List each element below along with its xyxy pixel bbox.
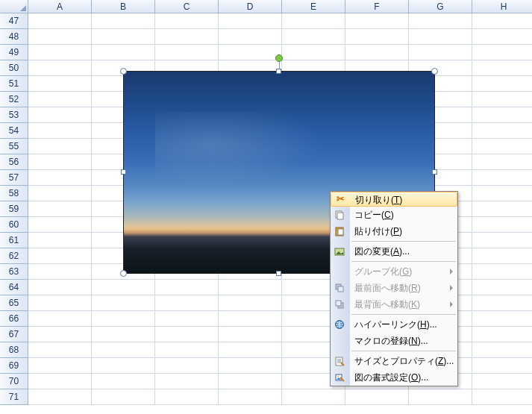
cell[interactable] [409,13,472,29]
cell[interactable] [219,13,282,29]
cell[interactable] [92,295,155,311]
row-header-62[interactable]: 62 [0,248,28,264]
row-header-67[interactable]: 67 [0,327,28,342]
cell[interactable] [472,107,532,123]
cell[interactable] [28,92,92,107]
cell[interactable] [219,358,282,374]
cell[interactable] [28,248,92,264]
menu-item-0[interactable]: ✂切り取り(T) [331,192,457,207]
resize-handle-top-right[interactable] [431,68,438,75]
cell[interactable] [92,342,155,358]
cell[interactable] [219,374,282,389]
menu-item-9[interactable]: サイズとプロパティ(Z)... [331,353,457,369]
column-header-G[interactable]: G [409,0,472,13]
cell[interactable] [219,45,282,60]
row-header-63[interactable]: 63 [0,264,28,280]
row-header-52[interactable]: 52 [0,92,28,107]
row-header-55[interactable]: 55 [0,139,28,154]
cell[interactable] [219,29,282,45]
cell[interactable] [28,76,92,92]
row-header-53[interactable]: 53 [0,107,28,123]
cell[interactable] [472,76,532,92]
rotate-handle[interactable] [275,54,283,62]
cell[interactable] [472,154,532,170]
cell[interactable] [28,170,92,186]
cell[interactable] [472,280,532,295]
row-header-50[interactable]: 50 [0,60,28,76]
cell[interactable] [28,13,92,29]
cell[interactable] [28,154,92,170]
cell[interactable] [28,327,92,342]
menu-item-1[interactable]: コピー(C) [331,207,457,223]
cell[interactable] [28,45,92,60]
cell[interactable] [472,45,532,60]
cell[interactable] [92,45,155,60]
column-header-E[interactable]: E [282,0,345,13]
cell[interactable] [409,389,472,405]
resize-handle-mid-left[interactable] [121,169,126,175]
cell[interactable] [28,295,92,311]
column-header-D[interactable]: D [219,0,282,13]
cell[interactable] [155,280,219,295]
cell[interactable] [219,280,282,295]
cell[interactable] [155,29,219,45]
cell[interactable] [219,342,282,358]
column-header-B[interactable]: B [92,0,155,13]
cell[interactable] [219,389,282,405]
cell[interactable] [345,13,409,29]
cell[interactable] [472,295,532,311]
cell[interactable] [472,233,532,248]
cell[interactable] [409,29,472,45]
cell[interactable] [28,139,92,154]
column-header-A[interactable]: A [28,0,92,13]
row-header-59[interactable]: 59 [0,201,28,217]
row-header-54[interactable]: 54 [0,123,28,139]
cell[interactable] [472,201,532,217]
menu-item-3[interactable]: 図の変更(A)... [331,243,457,260]
menu-item-10[interactable]: 図の書式設定(O)... [331,369,457,386]
cell[interactable] [472,327,532,342]
cell[interactable] [409,45,472,60]
cell[interactable] [472,29,532,45]
cell[interactable] [155,342,219,358]
cell[interactable] [472,311,532,327]
row-header-64[interactable]: 64 [0,280,28,295]
cell[interactable] [28,374,92,389]
row-header-47[interactable]: 47 [0,13,28,29]
row-header-51[interactable]: 51 [0,76,28,92]
row-header-69[interactable]: 69 [0,358,28,374]
cell[interactable] [28,342,92,358]
cell[interactable] [282,13,345,29]
cell[interactable] [155,374,219,389]
cell[interactable] [155,389,219,405]
cell[interactable] [282,29,345,45]
resize-handle-mid-right[interactable] [432,169,437,175]
cell[interactable] [472,13,532,29]
cell[interactable] [345,29,409,45]
menu-item-8[interactable]: マクロの登録(N)... [331,333,457,349]
resize-handle-bottom-left[interactable] [120,270,127,277]
cell[interactable] [92,13,155,29]
cell[interactable] [28,311,92,327]
resize-handle-top-left[interactable] [120,68,127,75]
cell[interactable] [92,374,155,389]
resize-handle-bottom-mid[interactable] [276,271,281,276]
row-header-48[interactable]: 48 [0,29,28,45]
cell[interactable] [155,311,219,327]
cell[interactable] [472,60,532,76]
cell[interactable] [472,342,532,358]
cell[interactable] [472,170,532,186]
cell[interactable] [92,327,155,342]
cell[interactable] [472,217,532,233]
cell[interactable] [28,29,92,45]
cell[interactable] [28,107,92,123]
cell[interactable] [472,389,532,405]
cell[interactable] [472,186,532,201]
cell[interactable] [28,233,92,248]
cell[interactable] [28,201,92,217]
cell[interactable] [219,311,282,327]
cell[interactable] [155,327,219,342]
cell[interactable] [155,13,219,29]
row-header-70[interactable]: 70 [0,374,28,389]
column-header-F[interactable]: F [345,0,409,13]
